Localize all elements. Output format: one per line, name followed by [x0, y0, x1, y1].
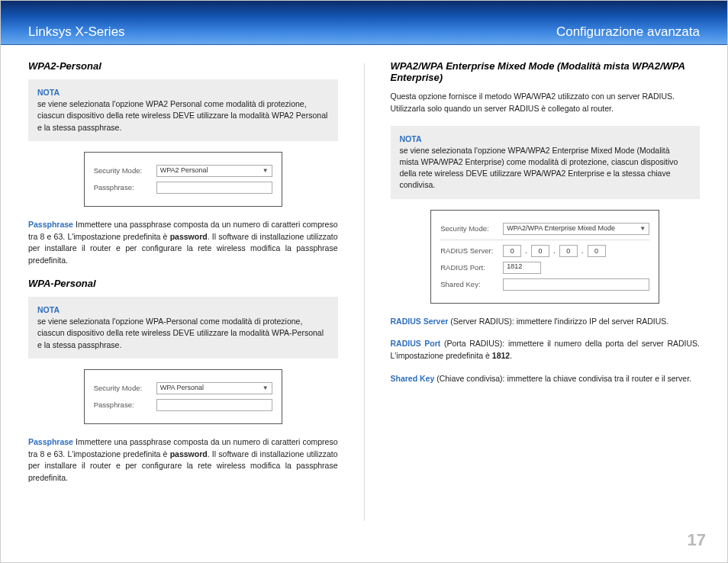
- select-value: WPA Personal: [160, 382, 204, 394]
- form-row: Shared Key:: [440, 278, 649, 291]
- page-header: Linksys X-Series Configurazione avanzata: [1, 1, 727, 45]
- form-row: Passphrase:: [94, 182, 272, 194]
- security-mode-select[interactable]: WPA Personal ▼: [156, 382, 272, 394]
- page-content: WPA2-Personal NOTA se viene selezionata …: [1, 45, 727, 521]
- security-mode-label: Security Mode:: [94, 384, 156, 392]
- shared-key-label: Shared Key:: [440, 280, 503, 288]
- shared-key-para: Shared Key (Chiave condivisa): immettere…: [391, 373, 701, 385]
- security-mode-select[interactable]: WPA2/WPA Enterprise Mixed Mode ▼: [503, 223, 649, 235]
- security-mode-label: Security Mode:: [94, 166, 156, 175]
- form-row: RADIUS Server: 0. 0. 0. 0: [440, 245, 649, 257]
- chevron-down-icon: ▼: [263, 382, 269, 394]
- form-row: Security Mode: WPA2 Personal ▼: [94, 165, 272, 177]
- radius-port-input[interactable]: 1812: [503, 262, 541, 274]
- note-text: se viene selezionata l'opzione WPA/WPA2 …: [400, 146, 678, 190]
- mixed-form-figure: Security Mode: WPA2/WPA Enterprise Mixed…: [430, 210, 659, 304]
- keyword: Passphrase: [28, 437, 73, 446]
- wpa2p-form-figure: Security Mode: WPA2 Personal ▼ Passphras…: [84, 152, 282, 207]
- radius-server-para: RADIUS Server (Server RADIUS): immettere…: [391, 316, 701, 328]
- select-value: WPA2 Personal: [160, 165, 208, 176]
- form-row: Security Mode: WPA Personal ▼: [94, 382, 272, 394]
- page-number: 17: [688, 530, 706, 550]
- shared-key-input[interactable]: [503, 278, 649, 291]
- form-row: RADIUS Port: 1812: [440, 262, 649, 274]
- document-page: Linksys X-Series Configurazione avanzata…: [0, 0, 728, 563]
- note-text: se viene selezionata l'opzione WPA2 Pers…: [37, 99, 327, 131]
- keyword: RADIUS Server: [391, 317, 449, 326]
- keyword: Passphrase: [28, 220, 73, 229]
- form-row: Passphrase:: [94, 399, 272, 411]
- passphrase-label: Passphrase:: [94, 183, 156, 191]
- passphrase-input[interactable]: [156, 182, 272, 194]
- wpa2p-passphrase-para: Passphrase Immettere una passphrase comp…: [28, 219, 338, 267]
- chevron-down-icon: ▼: [639, 223, 646, 234]
- radius-server-ip: 0. 0. 0. 0: [503, 245, 649, 257]
- wpa2-personal-heading: WPA2-Personal: [28, 60, 338, 72]
- wpap-note: NOTA se viene selezionata l'opzione WPA-…: [28, 297, 338, 359]
- passphrase-label: Passphrase:: [94, 401, 156, 409]
- radius-port-label: RADIUS Port:: [440, 263, 503, 272]
- left-column: WPA2-Personal NOTA se viene selezionata …: [28, 60, 338, 521]
- passphrase-input[interactable]: [156, 399, 272, 411]
- form-row: Security Mode: WPA2/WPA Enterprise Mixed…: [440, 223, 649, 235]
- note-label: NOTA: [37, 305, 60, 314]
- wpap-form-figure: Security Mode: WPA Personal ▼ Passphrase…: [84, 369, 282, 424]
- ip-octet-input[interactable]: 0: [588, 245, 606, 257]
- security-mode-select[interactable]: WPA2 Personal ▼: [156, 165, 272, 177]
- header-section: Configurazione avanzata: [556, 24, 700, 40]
- ip-octet-input[interactable]: 0: [503, 245, 521, 257]
- mixed-intro-para: Questa opzione fornisce il metodo WPA/WP…: [391, 91, 701, 115]
- keyword: RADIUS Port: [391, 339, 441, 348]
- note-label: NOTA: [37, 88, 60, 97]
- chevron-down-icon: ▼: [263, 165, 269, 176]
- security-mode-label: Security Mode:: [440, 224, 503, 233]
- header-product: Linksys X-Series: [28, 24, 125, 40]
- radius-server-label: RADIUS Server:: [440, 246, 503, 255]
- right-column: WPA2/WPA Enterprise Mixed Mode (Modalità…: [391, 60, 701, 521]
- wpa2p-note: NOTA se viene selezionata l'opzione WPA2…: [28, 79, 338, 141]
- note-text: se viene selezionata l'opzione WPA-Perso…: [37, 317, 324, 349]
- mixed-mode-heading: WPA2/WPA Enterprise Mixed Mode (Modalità…: [391, 60, 701, 83]
- mixed-note: NOTA se viene selezionata l'opzione WPA/…: [391, 126, 701, 199]
- select-value: WPA2/WPA Enterprise Mixed Mode: [507, 223, 615, 234]
- ip-octet-input[interactable]: 0: [559, 245, 578, 257]
- keyword: Shared Key: [391, 374, 435, 383]
- column-divider: [364, 63, 365, 521]
- wpa-personal-heading: WPA-Personal: [28, 278, 338, 289]
- note-label: NOTA: [400, 134, 422, 143]
- ip-octet-input[interactable]: 0: [531, 245, 549, 257]
- wpap-passphrase-para: Passphrase Immettere una passphrase comp…: [28, 436, 338, 484]
- radius-port-para: RADIUS Port (Porta RADIUS): immettere il…: [391, 338, 701, 362]
